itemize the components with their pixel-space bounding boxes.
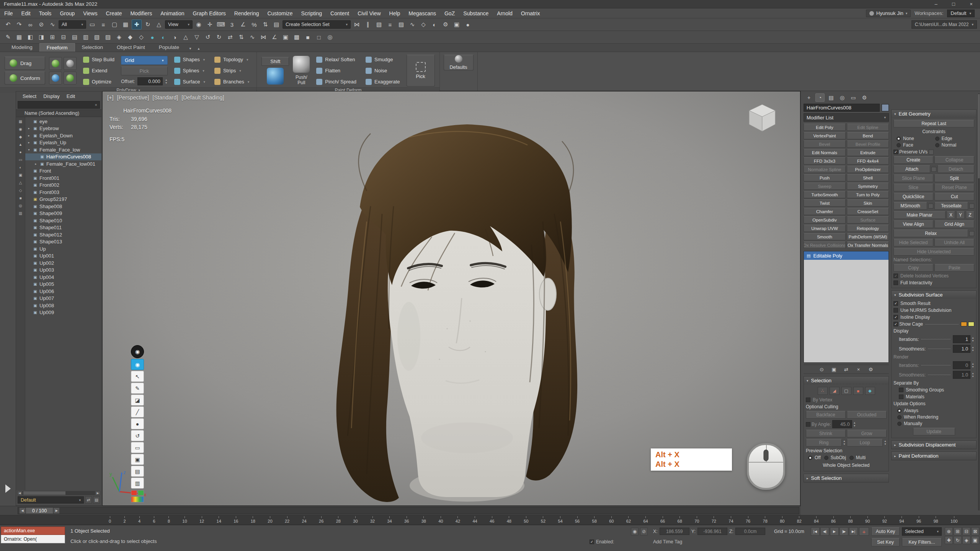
scene-object-row[interactable]: ▣ Up005 [25, 281, 101, 288]
next-frame-arrow[interactable]: ▶ [53, 507, 60, 514]
macro-recorder-line[interactable]: actionMan.exe [1, 527, 65, 535]
render-production-icon[interactable]: ● [463, 20, 473, 29]
modifier-button[interactable]: Bevel Profile [847, 140, 889, 148]
brush-size-button[interactable]: ● [131, 418, 144, 429]
modifier-button[interactable]: Smooth [804, 233, 846, 240]
polydraw-tool-button[interactable]: Splines▾ [172, 66, 208, 75]
display-xrefs-filter-icon[interactable]: ▣ [17, 172, 24, 178]
auto-key-button[interactable]: Auto Key [871, 527, 900, 536]
selection-rollout-header[interactable]: ▾Selection [804, 377, 889, 385]
green-color-swatch[interactable] [138, 490, 144, 496]
enabled-checkbox[interactable]: ✓ [590, 540, 594, 544]
use-pivot-center-icon[interactable]: ◉ [194, 20, 204, 29]
defaults-button[interactable]: Defaults [444, 55, 474, 70]
command-panel-scrollbar[interactable] [978, 93, 980, 510]
show-end-result-icon[interactable]: ▣ [830, 365, 838, 373]
custom-script-icon[interactable]: ◎ [325, 32, 335, 42]
display-helpers-filter-icon[interactable]: ● [17, 149, 24, 155]
cursor-tool-button[interactable]: ↖ [131, 371, 144, 382]
expand-caret-icon[interactable]: ▸ [34, 162, 38, 166]
clear-screen-button[interactable]: ▣ [131, 454, 144, 465]
scene-object-row[interactable]: ▣ Front002 [25, 182, 101, 189]
menu-item[interactable]: Tools [35, 10, 56, 16]
modifier-stack[interactable]: ▤ Editable Poly [804, 251, 889, 363]
msmooth-button[interactable]: MSmooth [893, 202, 927, 210]
paint-deform-tool-button[interactable]: Relax/ Soften [314, 55, 359, 64]
collapsed-rollout-header[interactable]: ▸Subdivision Displacement [892, 441, 976, 449]
display-cameras-filter-icon[interactable]: ▲ [17, 141, 24, 148]
conform-brush-icon[interactable] [49, 72, 62, 85]
menu-item[interactable]: Animation [156, 10, 188, 16]
scene-object-row[interactable]: ▣ Up003 [25, 267, 101, 274]
tessellate-button[interactable]: Tessellate [934, 202, 968, 210]
display-smoothness-spinner[interactable]: ▲▼ [972, 346, 974, 352]
materials-checkbox[interactable] [899, 395, 903, 399]
explorer-sync-button[interactable]: ⇄ [85, 496, 92, 504]
copy-button[interactable]: Copy [893, 264, 933, 272]
paint-deform-tool-button[interactable]: Flatten [314, 66, 359, 75]
quickslice-button[interactable]: QuickSlice [893, 193, 933, 201]
custom-script-icon[interactable]: ◇ [136, 32, 146, 42]
custom-script-icon[interactable]: ◑ [170, 32, 180, 42]
scene-object-row[interactable]: ▸ ▣ Eyebrow [25, 125, 101, 132]
object-color-swatch[interactable] [882, 104, 889, 111]
menu-item[interactable]: Substance [459, 10, 493, 16]
custom-script-icon[interactable]: ● [147, 32, 157, 42]
explorer-preset-dropdown[interactable]: Default [18, 496, 84, 504]
cut-button[interactable]: Cut [934, 193, 974, 201]
pin-stack-icon[interactable]: ⊙ [818, 365, 826, 373]
create-button[interactable]: Create [893, 156, 933, 164]
previous-frame-arrow[interactable]: ◀ [19, 507, 26, 514]
subdivision-surface-rollout-header[interactable]: ▾Subdivision Surface [892, 291, 976, 299]
zoom-all-icon[interactable]: ⊟ [962, 527, 970, 535]
modifier-button[interactable]: Twist [804, 199, 846, 207]
viewport-menu-shading[interactable]: [Default Shading] [181, 95, 224, 101]
paint-deform-tool-button[interactable]: Pinch/ Spread [314, 77, 359, 86]
shift-brush-icon[interactable] [267, 68, 284, 85]
modifier-button[interactable]: Edit Spline [847, 124, 889, 131]
cage-color-swatch[interactable] [961, 322, 967, 326]
tessellate-settings-button[interactable] [969, 204, 974, 209]
menu-item[interactable]: Ornatrix [517, 10, 544, 16]
delete-isolated-vertices-checkbox[interactable]: ✓ [893, 274, 898, 278]
render-iterations-field[interactable]: 0 [953, 361, 970, 369]
coordinate-z-field[interactable]: 0.0cm [735, 528, 765, 535]
custom-script-icon[interactable]: ▧ [92, 32, 102, 42]
coordinate-y-field[interactable]: -936.961 [697, 528, 727, 535]
custom-script-icon[interactable]: ⊟ [59, 32, 69, 42]
edit-geometry-rollout-header[interactable]: ▾Edit Geometry [892, 110, 976, 118]
display-spacewarps-filter-icon[interactable]: ▭ [17, 156, 24, 163]
key-filters-button[interactable]: Key Filters... [902, 538, 942, 546]
scroll-thumb[interactable] [23, 491, 65, 495]
polydraw-tool-button[interactable]: Step Build [80, 55, 117, 64]
menu-item[interactable]: Megascans [404, 10, 440, 16]
full-interactivity-checkbox[interactable] [893, 280, 898, 285]
pen-tool-button[interactable]: ✎ [131, 383, 144, 394]
expand-caret-icon[interactable]: ▸ [27, 134, 31, 137]
collapsed-rollout-header[interactable]: ▸Paint Deformation [892, 452, 976, 460]
polydraw-tool-button[interactable]: Topology▾ [212, 55, 252, 64]
curve-editor-icon[interactable]: ∿ [407, 20, 417, 29]
menu-item[interactable]: Create [101, 10, 126, 16]
border-mode-icon[interactable]: ▢ [841, 387, 851, 395]
unhide-all-button[interactable]: Unhide All [934, 239, 974, 246]
eraser-tool-button[interactable]: ▭ [131, 442, 144, 453]
constraint-radio[interactable]: Face [897, 142, 933, 148]
reset-plane-button[interactable]: Reset Plane [934, 184, 974, 191]
custom-script-icon[interactable]: ⇅ [236, 32, 246, 42]
display-hidden-filter-icon[interactable]: ▥ [17, 210, 24, 217]
display-lights-filter-icon[interactable]: ◆ [17, 134, 24, 140]
modify-tab-icon[interactable]: ◔ [815, 93, 825, 102]
schematic-view-icon[interactable]: ◇ [418, 20, 428, 29]
create-tab-icon[interactable]: + [804, 93, 813, 102]
scene-object-row[interactable]: ▣ HairFromCurves008 [25, 153, 101, 161]
custom-script-icon[interactable]: □ [314, 32, 324, 42]
modifier-button[interactable]: VertexPaint [804, 132, 846, 139]
preview-selection-radio[interactable]: SubObj [824, 455, 846, 460]
explorer-menu-item[interactable]: Edit [63, 93, 78, 99]
utilities-tab-icon[interactable]: ⚙ [860, 93, 869, 102]
listener-line[interactable]: Ornatrix: Open( [1, 535, 65, 543]
viewcube[interactable] [745, 101, 779, 135]
scroll-right-icon[interactable]: ▶ [95, 491, 100, 495]
play-button[interactable]: ▶ [830, 527, 839, 536]
